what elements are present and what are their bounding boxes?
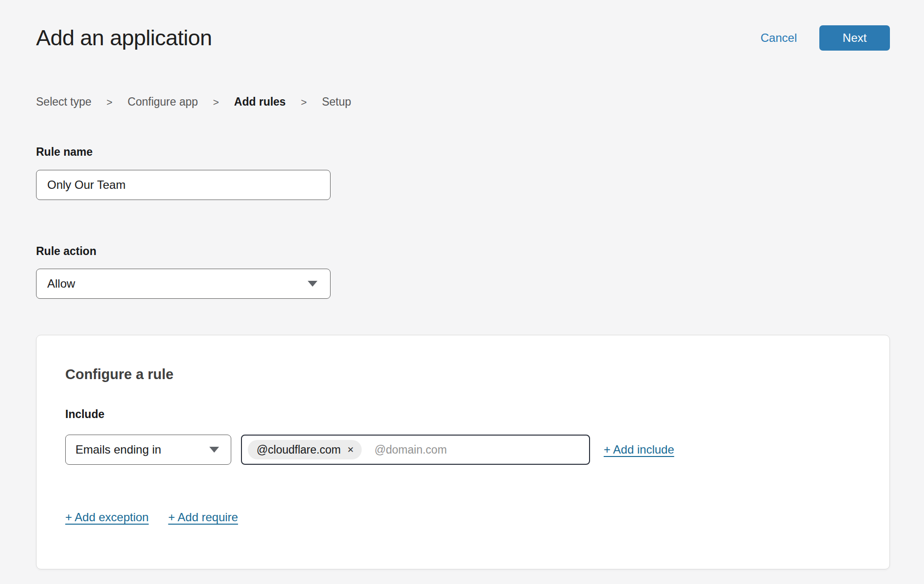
breadcrumb-separator: > bbox=[107, 96, 112, 108]
email-domain-tag: @cloudflare.com ✕ bbox=[248, 440, 362, 459]
card-title: Configure a rule bbox=[65, 366, 861, 383]
add-include-link[interactable]: + Add include bbox=[604, 443, 674, 456]
include-selector-value: Emails ending in bbox=[75, 443, 161, 456]
email-domain-entry[interactable] bbox=[374, 443, 583, 456]
configure-rule-card: Configure a rule Include Emails ending i… bbox=[36, 335, 890, 569]
add-require-link[interactable]: + Add require bbox=[168, 511, 238, 524]
breadcrumb-separator: > bbox=[213, 96, 219, 108]
add-exception-link[interactable]: + Add exception bbox=[65, 511, 148, 524]
add-application-page: Add an application Cancel Next Select ty… bbox=[0, 0, 924, 569]
topbar: Add an application Cancel Next bbox=[36, 25, 890, 51]
chevron-down-icon bbox=[308, 281, 317, 287]
remove-tag-icon[interactable]: ✕ bbox=[347, 446, 354, 454]
rule-action-select[interactable]: Allow bbox=[36, 269, 331, 299]
email-domain-tag-label: @cloudflare.com bbox=[257, 443, 341, 456]
next-button[interactable]: Next bbox=[819, 25, 890, 51]
rule-action-value: Allow bbox=[47, 277, 75, 291]
breadcrumb-step-setup[interactable]: Setup bbox=[322, 95, 351, 109]
include-value-input[interactable]: @cloudflare.com ✕ bbox=[241, 435, 590, 465]
breadcrumb-step-configure-app[interactable]: Configure app bbox=[128, 95, 198, 109]
breadcrumb: Select type > Configure app > Add rules … bbox=[36, 95, 890, 109]
include-row: Emails ending in @cloudflare.com ✕ + Add… bbox=[65, 435, 861, 465]
include-label: Include bbox=[65, 408, 861, 421]
topbar-actions: Cancel Next bbox=[760, 25, 890, 51]
breadcrumb-step-select-type[interactable]: Select type bbox=[36, 95, 92, 109]
breadcrumb-separator: > bbox=[301, 96, 307, 108]
chevron-down-icon bbox=[209, 447, 219, 453]
breadcrumb-step-add-rules[interactable]: Add rules bbox=[234, 95, 286, 109]
cancel-button[interactable]: Cancel bbox=[760, 31, 797, 45]
rule-name-input[interactable] bbox=[36, 170, 331, 200]
include-selector[interactable]: Emails ending in bbox=[65, 435, 231, 465]
rule-action-label: Rule action bbox=[36, 245, 890, 258]
page-title: Add an application bbox=[36, 25, 212, 51]
extra-links-row: + Add exception + Add require bbox=[65, 511, 861, 524]
rule-name-label: Rule name bbox=[36, 146, 890, 159]
